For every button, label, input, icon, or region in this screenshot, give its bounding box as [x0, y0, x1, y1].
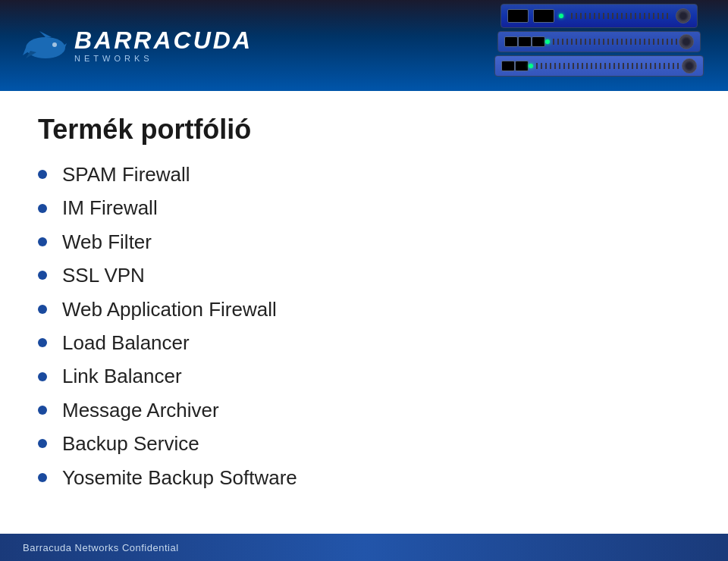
port-4: [518, 36, 532, 47]
hardware-image: [493, 4, 713, 91]
fan-2: [679, 34, 694, 49]
svg-point-0: [26, 37, 65, 58]
port-2: [533, 9, 554, 23]
list-item: Message Archiver: [38, 396, 690, 424]
list-item-label: SPAM Firewall: [62, 161, 190, 188]
logo-text: BARRACUDA NETWORKS: [74, 28, 253, 63]
bullet-icon: [38, 305, 47, 314]
svg-point-4: [52, 42, 57, 47]
vent-3: [536, 63, 682, 69]
list-item-label: Yosemite Backup Software: [62, 464, 297, 491]
port-6: [501, 61, 515, 71]
vent-1: [571, 13, 671, 19]
appliance-stack: [493, 4, 705, 87]
header: BARRACUDA NETWORKS: [0, 0, 728, 91]
fan-3: [682, 58, 697, 74]
port-3: [504, 36, 518, 47]
logo-barracuda-text: BARRACUDA: [74, 28, 253, 52]
list-item: Yosemite Backup Software: [38, 464, 690, 491]
vent-2: [553, 39, 679, 45]
product-list: SPAM Firewall IM Firewall Web Filter SSL…: [38, 161, 690, 491]
bullet-icon: [38, 204, 47, 213]
list-item-label: SSL VPN: [62, 262, 145, 289]
bullet-icon: [38, 473, 47, 482]
list-item: Backup Service: [38, 430, 690, 457]
fan-1: [676, 8, 691, 24]
list-item: IM Firewall: [38, 194, 690, 221]
list-item-label: Web Filter: [62, 228, 152, 255]
bullet-icon: [38, 170, 47, 179]
barracuda-shark-icon: [23, 27, 68, 64]
bullet-icon: [38, 338, 47, 347]
appliance-middle: [497, 31, 701, 52]
port-7: [515, 61, 529, 71]
port-5: [532, 36, 545, 47]
logo-networks-text: NETWORKS: [74, 54, 253, 63]
svg-marker-2: [39, 31, 52, 37]
bullet-icon: [38, 439, 47, 448]
list-item: Web Application Firewall: [38, 296, 690, 323]
port-1: [507, 9, 529, 23]
bullet-icon: [38, 406, 47, 415]
bullet-icon: [38, 271, 47, 280]
list-item: SPAM Firewall: [38, 161, 690, 188]
list-item: Load Balancer: [38, 329, 690, 356]
page-title: Termék portfólió: [38, 114, 690, 146]
appliance-bottom: [494, 55, 704, 77]
list-item-label: Message Archiver: [62, 396, 219, 424]
appliance-top: [500, 4, 698, 28]
footer: Barracuda Networks Confidential: [0, 534, 728, 561]
list-item-label: IM Firewall: [62, 194, 158, 221]
list-item: Link Balancer: [38, 362, 690, 390]
bullet-icon: [38, 237, 47, 246]
logo-container: BARRACUDA NETWORKS: [23, 27, 253, 64]
list-item-label: Load Balancer: [62, 329, 190, 356]
footer-text: Barracuda Networks Confidential: [23, 542, 179, 553]
list-item-label: Link Balancer: [62, 362, 182, 390]
led-2: [545, 39, 550, 44]
list-item: Web Filter: [38, 228, 690, 255]
list-item: SSL VPN: [38, 262, 690, 289]
main-content: Termék portfólió SPAM Firewall IM Firewa…: [0, 91, 728, 512]
led-1: [559, 14, 563, 18]
list-item-label: Web Application Firewall: [62, 296, 277, 323]
led-3: [529, 64, 533, 68]
bullet-icon: [38, 372, 47, 381]
list-item-label: Backup Service: [62, 430, 199, 457]
